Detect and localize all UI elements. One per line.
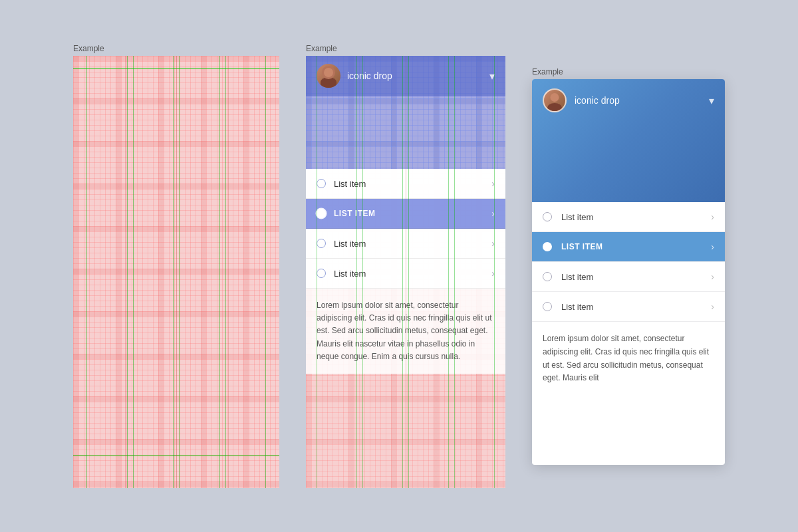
- chevron-right-icon-4: ›: [491, 268, 495, 279]
- panel-clean: iconic drop ▾ List item › LIST ITEM › Li…: [532, 79, 725, 465]
- clean-radio-2: [543, 242, 552, 251]
- example-label-2: Example: [306, 44, 337, 53]
- guide-line-top: [73, 68, 279, 68]
- list-item-text-1: List item: [334, 179, 491, 189]
- clean-list-item-2-active[interactable]: LIST ITEM ›: [532, 232, 725, 262]
- clean-radio-4: [543, 302, 552, 311]
- clean-chevron-right-2: ›: [711, 241, 714, 252]
- list-item-3[interactable]: List item ›: [306, 229, 505, 259]
- avatar: [317, 64, 340, 88]
- clean-header-bar[interactable]: iconic drop ▾: [532, 79, 725, 122]
- chevron-right-icon-3: ›: [491, 238, 495, 249]
- list-item-text-3: List item: [334, 239, 491, 249]
- clean-item-text-4: List item: [561, 302, 711, 312]
- clean-chevron-right-3: ›: [711, 271, 714, 282]
- header-username: iconic drop: [347, 70, 392, 81]
- list-item-1[interactable]: List item ›: [306, 169, 505, 199]
- clean-item-text-1: List item: [561, 212, 711, 222]
- clean-chevron-right-4: ›: [711, 301, 714, 312]
- example-1: Example: [73, 44, 279, 488]
- list-section: List item › LIST ITEM › List item › List…: [306, 169, 505, 289]
- header-left: iconic drop: [317, 64, 392, 88]
- list-item-text-4: List item: [334, 269, 491, 279]
- clean-username: iconic drop: [575, 95, 709, 106]
- list-item-text-2: LIST ITEM: [334, 209, 491, 218]
- clean-list-item-3[interactable]: List item ›: [532, 262, 725, 292]
- clean-lorem: Lorem ipsum dolor sit amet, consectetur …: [532, 322, 725, 396]
- clean-item-text-3: List item: [561, 272, 711, 282]
- example-label-1: Example: [73, 44, 104, 53]
- panel-ui-grid: iconic drop ▾ List item › LIST ITEM ›: [306, 56, 505, 488]
- clean-item-text-2: LIST ITEM: [561, 242, 711, 251]
- clean-radio-1: [543, 212, 552, 221]
- lorem-text-2: Lorem ipsum dolor sit amet, consectetur …: [306, 289, 505, 374]
- radio-icon-3: [317, 239, 326, 248]
- clean-list: List item › LIST ITEM › List item › List…: [532, 202, 725, 322]
- avatar-clean: [543, 88, 567, 112]
- panel-ui-content: iconic drop ▾ List item › LIST ITEM ›: [306, 56, 505, 488]
- guide-line-bottom: [73, 456, 279, 456]
- clean-chevron-right-1: ›: [711, 211, 714, 222]
- list-item-4[interactable]: List item ›: [306, 259, 505, 289]
- example-2: Example iconic drop ▾ List item: [306, 44, 505, 488]
- chevron-right-icon-2: ›: [491, 208, 495, 219]
- example-3: Example iconic drop ▾ List item › LIST I…: [532, 67, 725, 465]
- header-area: iconic drop ▾: [306, 56, 505, 169]
- chevron-down-icon: ▾: [489, 70, 495, 82]
- clean-list-item-1[interactable]: List item ›: [532, 202, 725, 232]
- clean-list-item-4[interactable]: List item ›: [532, 292, 725, 322]
- radio-icon-4: [317, 269, 326, 278]
- chevron-down-icon-clean: ▾: [709, 94, 714, 107]
- chevron-right-icon-1: ›: [491, 178, 495, 189]
- header-bar[interactable]: iconic drop ▾: [306, 56, 505, 96]
- radio-icon-1: [317, 179, 326, 188]
- panel-grid: [73, 56, 279, 488]
- list-item-2-active[interactable]: LIST ITEM ›: [306, 199, 505, 229]
- clean-radio-3: [543, 272, 552, 281]
- clean-header: iconic drop ▾: [532, 79, 725, 202]
- example-label-3: Example: [532, 67, 563, 76]
- radio-icon-2: [317, 209, 326, 218]
- grid-pattern-1: [73, 56, 279, 488]
